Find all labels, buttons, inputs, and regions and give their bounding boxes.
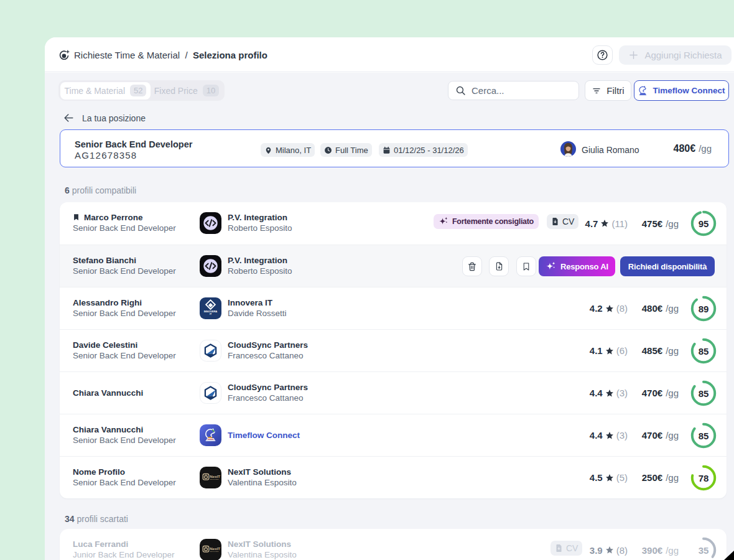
- svg-text:SOLUTIONS: SOLUTIONS: [210, 478, 219, 480]
- svg-text:SOLUTIONS: SOLUTIONS: [210, 551, 219, 553]
- svg-text:INNOVERA: INNOVERA: [204, 310, 218, 313]
